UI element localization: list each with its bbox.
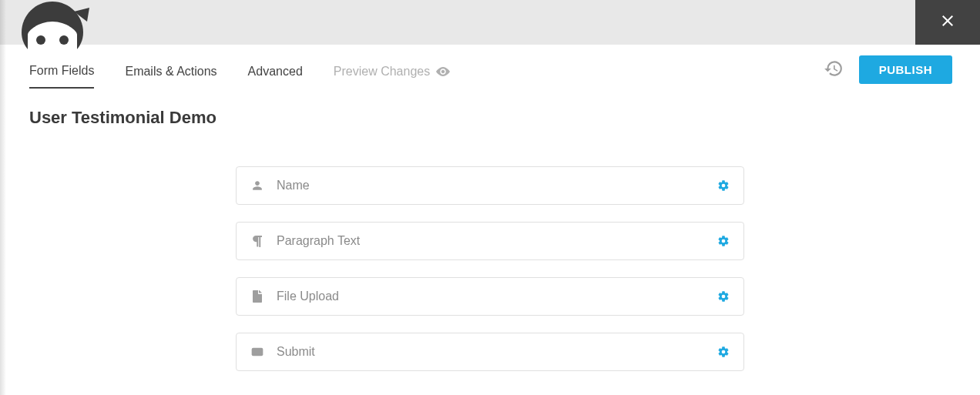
close-button[interactable] bbox=[915, 0, 980, 45]
button-icon bbox=[250, 347, 264, 357]
field-label: File Upload bbox=[277, 290, 717, 303]
paragraph-icon bbox=[250, 235, 264, 247]
tab-preview-label: Preview Changes bbox=[334, 65, 430, 79]
field-row-file-upload[interactable]: File Upload bbox=[236, 277, 744, 316]
field-label: Paragraph Text bbox=[277, 234, 717, 248]
history-button[interactable] bbox=[824, 59, 844, 82]
gear-icon[interactable] bbox=[717, 346, 730, 358]
header-bar bbox=[0, 0, 980, 45]
gear-icon[interactable] bbox=[717, 290, 730, 303]
tab-preview-changes[interactable]: Preview Changes bbox=[334, 65, 450, 88]
gear-icon[interactable] bbox=[717, 235, 730, 247]
content-area: Form Fields Emails & Actions Advanced Pr… bbox=[0, 45, 980, 371]
history-icon bbox=[824, 59, 844, 82]
app-logo bbox=[14, 0, 91, 54]
user-icon bbox=[250, 180, 264, 191]
gear-icon[interactable] bbox=[717, 179, 730, 192]
file-icon bbox=[250, 290, 264, 303]
form-title: User Testimonial Demo bbox=[0, 91, 980, 128]
tab-advanced[interactable]: Advanced bbox=[248, 65, 303, 88]
field-row-name[interactable]: Name bbox=[236, 166, 744, 205]
svg-rect-2 bbox=[252, 348, 263, 357]
right-controls: PUBLISH bbox=[824, 55, 952, 84]
fields-container: Name Paragraph Text File Upload bbox=[236, 166, 744, 371]
field-label: Submit bbox=[277, 345, 717, 359]
close-icon bbox=[938, 12, 957, 33]
field-row-paragraph[interactable]: Paragraph Text bbox=[236, 222, 744, 260]
svg-point-1 bbox=[59, 35, 69, 45]
tab-emails-actions[interactable]: Emails & Actions bbox=[125, 65, 216, 88]
tab-form-fields[interactable]: Form Fields bbox=[29, 64, 94, 89]
svg-point-0 bbox=[36, 35, 45, 45]
field-row-submit[interactable]: Submit bbox=[236, 333, 744, 371]
field-label: Name bbox=[277, 179, 717, 192]
publish-button[interactable]: PUBLISH bbox=[859, 55, 952, 84]
eye-icon bbox=[436, 67, 450, 76]
tabs-row: Form Fields Emails & Actions Advanced Pr… bbox=[0, 45, 980, 91]
